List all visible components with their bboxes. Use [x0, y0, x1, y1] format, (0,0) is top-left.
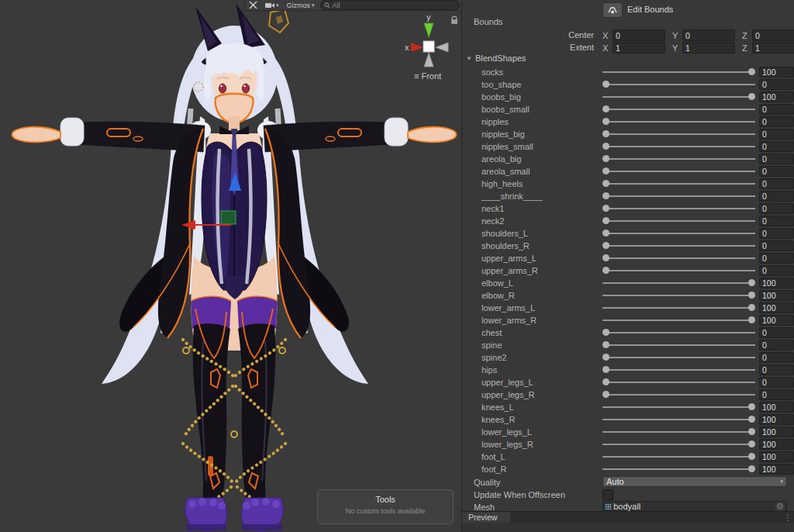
- blendshape-value-field[interactable]: 0: [759, 116, 794, 127]
- blendshape-slider[interactable]: [602, 389, 755, 401]
- slider-handle[interactable]: [748, 453, 755, 460]
- blendshape-value-field[interactable]: 100: [759, 439, 794, 450]
- extent-y-field[interactable]: [682, 42, 735, 54]
- blendshape-slider[interactable]: [602, 451, 755, 463]
- blendshape-slider[interactable]: [602, 326, 755, 339]
- blendshape-value-field[interactable]: 100: [759, 414, 794, 425]
- blendshape-value-field[interactable]: 0: [759, 389, 794, 400]
- blendshape-value-field[interactable]: 0: [759, 104, 794, 115]
- slider-handle[interactable]: [602, 217, 609, 224]
- blendshape-value-field[interactable]: 0: [759, 265, 794, 276]
- blendshapes-foldout[interactable]: ▼ BlendShapes: [466, 54, 526, 63]
- blendshape-slider[interactable]: [602, 66, 755, 78]
- blendshape-slider[interactable]: [602, 314, 755, 326]
- blendshape-slider[interactable]: [602, 140, 755, 153]
- blendshape-value-field[interactable]: 100: [759, 278, 794, 288]
- blendshape-value-field[interactable]: 0: [759, 79, 794, 90]
- blendshape-value-field[interactable]: 0: [759, 377, 794, 388]
- blendshape-slider[interactable]: [602, 240, 755, 252]
- blendshape-value-field[interactable]: 0: [759, 216, 794, 226]
- blendshape-slider[interactable]: [602, 376, 755, 389]
- blendshape-value-field[interactable]: 100: [759, 451, 794, 462]
- blendshape-value-field[interactable]: 0: [759, 154, 794, 164]
- slider-handle[interactable]: [748, 292, 755, 299]
- blendshape-value-field[interactable]: 0: [759, 191, 794, 202]
- orientation-gizmo[interactable]: y x ≡ Front: [400, 9, 461, 81]
- slider-handle[interactable]: [602, 254, 609, 261]
- slider-handle[interactable]: [602, 242, 609, 249]
- blendshape-value-field[interactable]: 0: [759, 240, 794, 251]
- update-offscreen-checkbox[interactable]: [602, 489, 613, 500]
- blendshape-value-field[interactable]: 0: [759, 203, 794, 214]
- slider-handle[interactable]: [602, 105, 609, 112]
- gizmos-dropdown[interactable]: Gizmos ▾: [285, 1, 317, 10]
- scene-search-input[interactable]: All: [320, 0, 460, 10]
- blendshape-slider[interactable]: [602, 78, 755, 91]
- slider-handle[interactable]: [602, 329, 609, 336]
- slider-handle[interactable]: [602, 366, 609, 373]
- slider-handle[interactable]: [602, 143, 609, 150]
- blendshape-slider[interactable]: [602, 413, 755, 426]
- slider-handle[interactable]: [602, 391, 609, 398]
- blendshape-slider[interactable]: [602, 438, 755, 451]
- character-model[interactable]: [0, 0, 461, 532]
- blendshape-slider[interactable]: [602, 202, 755, 215]
- blendshape-value-field[interactable]: 0: [759, 253, 794, 264]
- blendshape-slider[interactable]: [602, 463, 755, 475]
- slider-handle[interactable]: [748, 304, 755, 311]
- slider-handle[interactable]: [748, 416, 755, 423]
- blendshape-slider[interactable]: [602, 153, 755, 165]
- blendshape-slider[interactable]: [602, 190, 755, 202]
- slider-handle[interactable]: [602, 180, 609, 187]
- slider-handle[interactable]: [602, 341, 609, 348]
- slider-handle[interactable]: [748, 279, 755, 286]
- center-y-field[interactable]: [682, 29, 735, 41]
- blendshape-value-field[interactable]: 0: [759, 352, 794, 363]
- blendshape-value-field[interactable]: 0: [759, 228, 794, 239]
- slider-handle[interactable]: [602, 230, 609, 237]
- extent-x-field[interactable]: [613, 42, 665, 54]
- blendshape-value-field[interactable]: 0: [759, 129, 794, 140]
- center-x-field[interactable]: [613, 29, 665, 41]
- blendshape-slider[interactable]: [602, 91, 755, 103]
- blendshape-value-field[interactable]: 0: [759, 340, 794, 351]
- blendshape-value-field[interactable]: 0: [759, 327, 794, 338]
- tools-icon[interactable]: [247, 1, 260, 10]
- blendshape-slider[interactable]: [602, 264, 755, 277]
- blendshape-value-field[interactable]: 100: [759, 67, 794, 78]
- blendshape-value-field[interactable]: 100: [759, 315, 794, 326]
- edit-bounds-button[interactable]: [602, 2, 623, 18]
- quality-dropdown[interactable]: Auto ▾: [602, 476, 787, 487]
- preview-tab[interactable]: Preview: [462, 512, 510, 523]
- blendshape-slider[interactable]: [602, 302, 755, 314]
- object-picker-icon[interactable]: ⊙: [775, 502, 785, 511]
- extent-z-field[interactable]: [752, 42, 794, 54]
- blendshape-slider[interactable]: [602, 364, 755, 376]
- slider-handle[interactable]: [748, 465, 755, 472]
- slider-handle[interactable]: [602, 354, 609, 361]
- blendshape-value-field[interactable]: 100: [759, 290, 794, 301]
- blendshape-slider[interactable]: [602, 277, 755, 289]
- blendshape-value-field[interactable]: 100: [759, 464, 794, 475]
- slider-handle[interactable]: [602, 118, 609, 125]
- slider-handle[interactable]: [748, 93, 755, 100]
- slider-handle[interactable]: [602, 378, 609, 385]
- blendshape-value-field[interactable]: 0: [759, 166, 794, 177]
- blendshape-slider[interactable]: [602, 165, 755, 178]
- slider-handle[interactable]: [602, 205, 609, 212]
- blendshape-slider[interactable]: [602, 103, 755, 116]
- blendshape-slider[interactable]: [602, 289, 755, 302]
- slider-handle[interactable]: [748, 440, 755, 447]
- blendshape-slider[interactable]: [602, 252, 755, 264]
- mesh-object-field[interactable]: ⊞ bodyall ⊙: [602, 501, 787, 512]
- blendshape-slider[interactable]: [602, 227, 755, 240]
- slider-handle[interactable]: [748, 428, 755, 435]
- blendshape-value-field[interactable]: 0: [759, 178, 794, 189]
- blendshape-value-field[interactable]: 100: [759, 302, 794, 313]
- blendshape-value-field[interactable]: 100: [759, 427, 794, 437]
- blendshape-slider[interactable]: [602, 128, 755, 140]
- scene-view[interactable]: ▾ Gizmos ▾ All y x ≡ Front: [0, 0, 461, 532]
- blendshape-value-field[interactable]: 0: [759, 141, 794, 152]
- blendshape-value-field[interactable]: 0: [759, 364, 794, 375]
- camera-view-dropdown[interactable]: ▾: [263, 1, 281, 10]
